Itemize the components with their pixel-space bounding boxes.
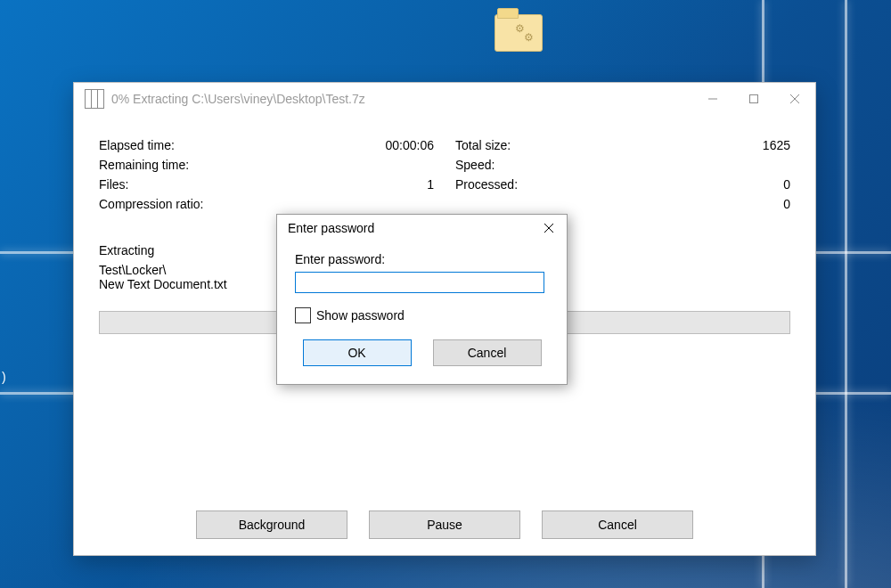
dialog-title: Enter password (288, 221, 374, 235)
processed-value: 0 (783, 177, 790, 192)
window-buttons: Background Pause Cancel (74, 510, 815, 539)
minimize-button[interactable] (692, 83, 733, 115)
dialog-cancel-button[interactable]: Cancel (433, 339, 542, 366)
folder-icon: ⚙ ⚙ (495, 14, 543, 52)
dialog-titlebar[interactable]: Enter password (277, 215, 567, 241)
password-label: Enter password: (295, 252, 549, 266)
total-value: 1625 (763, 138, 790, 152)
maximize-button[interactable] (733, 83, 774, 115)
desktop-wallpaper: ⚙ ⚙ ) 0% Extracting C:\Users\viney\Deskt… (0, 0, 891, 588)
files-value: 1 (427, 177, 434, 192)
show-password-label: Show password (316, 308, 405, 323)
desktop-folder-icon[interactable]: ⚙ ⚙ (495, 14, 544, 52)
sevenzip-icon (85, 89, 104, 109)
ratio-label: Compression ratio: (99, 197, 204, 211)
password-input[interactable] (295, 272, 544, 293)
stats-right: Total size:1625 Speed: Processed:0 0 (455, 133, 790, 216)
cancel-button[interactable]: Cancel (542, 510, 693, 539)
compressed-value: 0 (783, 197, 790, 211)
stray-text: ) (2, 370, 6, 384)
password-dialog: Enter password Enter password: Show pass… (276, 214, 568, 385)
files-label: Files: (99, 177, 128, 192)
processed-label: Processed: (455, 177, 518, 192)
close-icon (789, 94, 800, 104)
remaining-label: Remaining time: (99, 158, 189, 172)
maximize-icon (748, 94, 759, 104)
window-title: 0% Extracting C:\Users\viney\Desktop\Tes… (111, 92, 692, 106)
close-button[interactable] (774, 83, 815, 115)
background-button[interactable]: Background (196, 510, 347, 539)
show-password-checkbox[interactable] (295, 307, 311, 323)
close-icon (544, 223, 554, 233)
pause-button[interactable]: Pause (369, 510, 520, 539)
gear-icon: ⚙ (524, 31, 534, 44)
elapsed-value: 00:00:06 (386, 138, 435, 152)
speed-label: Speed: (455, 158, 495, 172)
ok-button[interactable]: OK (303, 339, 412, 366)
light-beam (845, 0, 847, 588)
svg-rect-1 (750, 95, 758, 103)
dialog-close-button[interactable] (536, 217, 561, 239)
stats-left: Elapsed time:00:00:06 Remaining time: Fi… (99, 133, 434, 216)
elapsed-label: Elapsed time: (99, 138, 175, 152)
titlebar[interactable]: 0% Extracting C:\Users\viney\Desktop\Tes… (74, 83, 815, 115)
minimize-icon (707, 94, 718, 104)
total-label: Total size: (455, 138, 511, 152)
